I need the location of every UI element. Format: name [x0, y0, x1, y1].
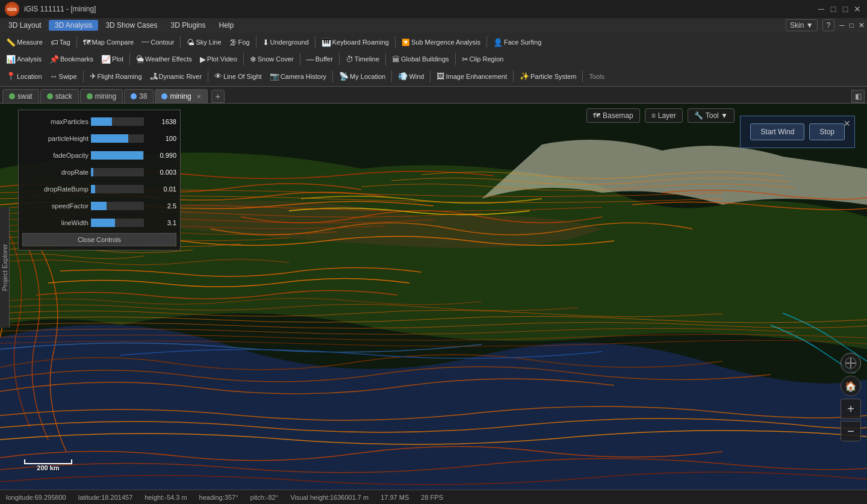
maximize-button[interactable]: □ — [841, 4, 850, 14]
location-tool[interactable]: 📍Location — [2, 69, 46, 84]
drop-rate-row: dropRate 0.003 — [22, 164, 176, 180]
speed-factor-slider[interactable] — [91, 202, 144, 210]
global-buildings-tool[interactable]: 🏛Global Buildings — [388, 51, 453, 67]
sep3 — [256, 36, 256, 48]
layer-label: Layer — [658, 111, 676, 120]
camera-history-tool[interactable]: 📷Camera History — [266, 69, 330, 84]
sep16 — [391, 70, 392, 82]
drop-rate-bump-slider[interactable] — [91, 185, 144, 193]
wind-panel-close-icon[interactable]: ✕ — [844, 119, 851, 128]
menu-3d-analysis[interactable]: 3D Analysis — [49, 20, 99, 31]
svg-point-4 — [850, 362, 852, 364]
tag-tool[interactable]: 🏷Tag — [47, 34, 74, 50]
add-tab-button[interactable]: + — [211, 90, 225, 103]
contour-tool[interactable]: 〰Contour — [138, 34, 178, 50]
menu-help[interactable]: Help — [213, 20, 240, 31]
minimize-button[interactable]: ─ — [816, 4, 826, 14]
particle-height-slider[interactable] — [91, 134, 144, 143]
line-width-slider[interactable] — [91, 219, 144, 227]
skyline-tool[interactable]: 🌤Sky Line — [183, 34, 225, 50]
restore-button[interactable]: □ — [828, 4, 838, 14]
zoom-in-button[interactable]: + — [841, 399, 861, 419]
tab-panel-collapse[interactable]: ◧ — [851, 90, 865, 103]
analysis-tool[interactable]: 📊Analysis — [2, 51, 45, 67]
titlebar-minimize2[interactable]: ─ — [839, 21, 845, 30]
sep6 — [486, 36, 487, 48]
scale-line — [24, 459, 72, 464]
sep2 — [180, 36, 181, 48]
max-particles-slider[interactable] — [91, 117, 144, 126]
wind-controls-panel: maxParticles 1638 particleHeight 100 fad… — [18, 110, 181, 250]
stop-wind-button[interactable]: Stop — [809, 123, 845, 140]
help-icon[interactable]: ? — [822, 19, 835, 31]
snow-cover-tool[interactable]: ❄Snow Cover — [246, 51, 297, 67]
particle-height-row: particleHeight 100 — [22, 131, 176, 146]
underground-tool[interactable]: ⬇Underground — [259, 34, 312, 50]
skin-selector[interactable]: Skin ▼ — [786, 19, 818, 31]
sep8 — [243, 53, 244, 65]
flight-roaming-tool[interactable]: ✈Flight Roaming — [86, 69, 146, 84]
drop-rate-slider[interactable] — [91, 168, 144, 176]
map-compare-tool[interactable]: 🗺Map Compare — [79, 34, 138, 50]
weather-effects-tool[interactable]: 🌦Weather Effects — [132, 51, 196, 67]
sep7 — [129, 53, 130, 65]
sep9 — [300, 53, 300, 65]
tab-close-icon[interactable]: ✕ — [196, 93, 201, 100]
menu-3d-plugins[interactable]: 3D Plugins — [164, 20, 211, 31]
sep13 — [83, 70, 84, 82]
wind-buttons-panel: ✕ Start Wind Stop — [740, 116, 855, 148]
zoom-out-button[interactable]: − — [841, 421, 861, 441]
menu-3d-layout[interactable]: 3D Layout — [2, 20, 48, 31]
menu-3d-showcases[interactable]: 3D Show Cases — [99, 20, 163, 31]
titlebar-close2[interactable]: ✕ — [859, 21, 865, 30]
image-enhancement-tool[interactable]: 🖼Image Enhancement — [433, 69, 511, 84]
plot-video-tool[interactable]: ▶Plot Video — [196, 51, 241, 67]
my-location-tool[interactable]: 📡My Location — [335, 69, 389, 84]
line-of-sight-tool[interactable]: 👁Line Of Sight — [211, 69, 266, 84]
line-width-row: lineWidth 3.1 — [22, 215, 176, 231]
fog-tool[interactable]: 🌫Fog — [226, 34, 253, 50]
fade-opacity-value: 0.990 — [146, 152, 176, 159]
max-particles-value: 1638 — [146, 118, 176, 125]
fade-opacity-slider[interactable] — [91, 151, 144, 160]
particle-height-value: 100 — [146, 135, 176, 142]
tab-swat[interactable]: swat — [2, 89, 39, 103]
bookmarks-tool[interactable]: 📌Bookmarks — [46, 51, 97, 67]
dynamic-river-tool[interactable]: 🏞Dynamic River — [146, 69, 206, 84]
status-height: height:-54.3 m — [144, 494, 187, 501]
close-controls-button[interactable]: Close Controls — [22, 233, 176, 246]
menubar: 3D Layout 3D Analysis 3D Show Cases 3D P… — [0, 18, 867, 33]
status-fps1: 17.97 MS — [381, 494, 409, 501]
buffer-tool[interactable]: —Buffer — [303, 51, 337, 67]
project-explorer-label: Project Explorer — [1, 244, 8, 291]
compass-button[interactable] — [841, 353, 861, 373]
start-wind-button[interactable]: Start Wind — [750, 123, 804, 140]
tab-stack[interactable]: stack — [40, 89, 79, 103]
swipe-tool[interactable]: ↔Swipe — [46, 69, 81, 84]
titlebar: iGIS iGIS 111111 - [mining] ─ □ □ ✕ — [0, 0, 867, 18]
timeline-tool[interactable]: ⏱Timeline — [342, 51, 383, 67]
measure-tool[interactable]: 📏Measure — [2, 34, 46, 50]
home-button[interactable]: 🏠 — [841, 376, 861, 396]
clip-region-tool[interactable]: ✂Clip Region — [458, 51, 508, 67]
particle-system-tool[interactable]: ✨Particle System — [516, 69, 580, 84]
tab-38[interactable]: 38 — [124, 89, 154, 103]
face-surfing-tool[interactable]: 👤Face Surfing — [489, 34, 545, 50]
tool-label: Tool ▼ — [706, 111, 728, 120]
plot-tool[interactable]: 📈Plot — [98, 51, 127, 67]
tab-mining-main[interactable]: mining — [80, 89, 123, 103]
basemap-button[interactable]: 🗺 Basemap — [586, 108, 640, 123]
project-explorer-panel[interactable]: Project Explorer — [0, 207, 10, 328]
titlebar-restore2[interactable]: □ — [850, 21, 854, 30]
keyboard-roaming-tool[interactable]: 🎹Keyboard Roaming — [318, 34, 393, 50]
toolbar-row-1: 📏Measure 🏷Tag 🗺Map Compare 〰Contour 🌤Sky… — [2, 34, 865, 51]
sub-mergence-tool[interactable]: 🔽Sub Mergence Analysis — [398, 34, 484, 50]
tab-mining-active[interactable]: mining ✕ — [155, 89, 207, 103]
close-button[interactable]: ✕ — [853, 4, 862, 14]
status-heading: heading:357° — [199, 494, 238, 501]
layer-button[interactable]: ≡ Layer — [645, 108, 683, 123]
drop-rate-bump-value: 0.01 — [146, 185, 176, 193]
tab-mining-main-label: mining — [95, 92, 116, 101]
wind-tool[interactable]: 💨Wind — [394, 69, 427, 84]
tool-button[interactable]: 🔧 Tool ▼ — [688, 108, 735, 123]
